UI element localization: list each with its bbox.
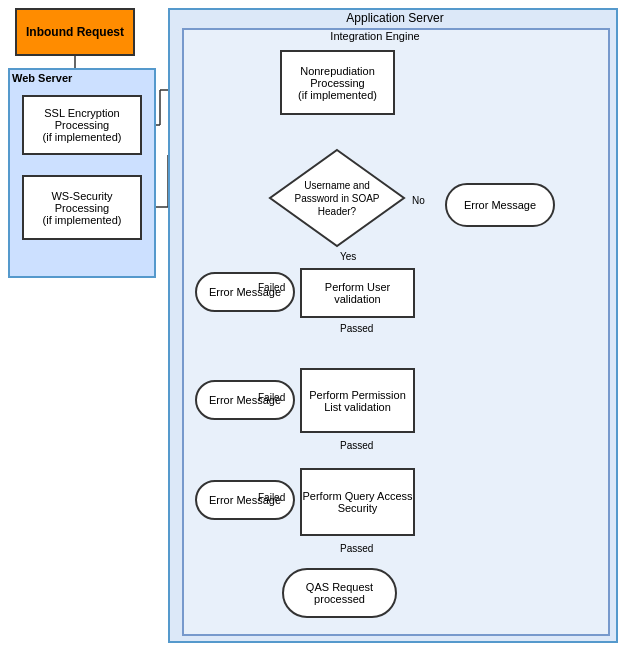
nonrepudiation-label: Nonrepudiation Processing(if implemented… [282, 65, 393, 101]
error-message-1: Error Message [445, 183, 555, 227]
qas-processed-label: QAS Request processed [284, 581, 395, 605]
query-access-label: Perform Query Access Security [302, 490, 413, 514]
permission-list-box: Perform Permission List validation [300, 368, 415, 433]
passed-3-label: Passed [340, 543, 373, 554]
permission-list-label: Perform Permission List validation [302, 389, 413, 413]
yes-label: Yes [340, 251, 356, 262]
integration-engine-label: Integration Engine [310, 30, 440, 42]
nonrepudiation-box: Nonrepudiation Processing(if implemented… [280, 50, 395, 115]
ssl-box: SSL Encryption Processing(if implemented… [22, 95, 142, 155]
inbound-request-box: Inbound Request [15, 8, 135, 56]
passed-1-label: Passed [340, 323, 373, 334]
passed-2-label: Passed [340, 440, 373, 451]
no-label: No [412, 195, 425, 206]
integration-engine-container [182, 28, 610, 636]
qas-processed-box: QAS Request processed [282, 568, 397, 618]
ssl-label: SSL Encryption Processing(if implemented… [24, 107, 140, 143]
user-validation-label: Perform User validation [302, 281, 413, 305]
failed-1-label: Failed [258, 282, 285, 293]
web-server-label: Web Server [12, 72, 72, 84]
user-validation-box: Perform User validation [300, 268, 415, 318]
error-message-1-label: Error Message [464, 199, 536, 211]
app-server-label: Application Server [330, 11, 460, 25]
ws-security-box: WS-Security Processing(if implemented) [22, 175, 142, 240]
query-access-box: Perform Query Access Security [300, 468, 415, 536]
diagram-container: Inbound Request Web Server SSL Encryptio… [0, 0, 627, 651]
failed-2-label: Failed [258, 392, 285, 403]
failed-3-label: Failed [258, 492, 285, 503]
ws-security-label: WS-Security Processing(if implemented) [24, 190, 140, 226]
soap-header-diamond: Username and Password in SOAP Header? [268, 148, 406, 248]
inbound-request-label: Inbound Request [26, 25, 124, 39]
